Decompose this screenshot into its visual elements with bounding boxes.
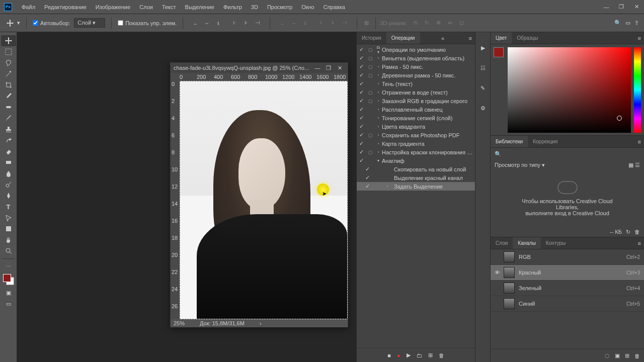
stop-icon[interactable]: ■ <box>387 352 391 358</box>
share-icon[interactable]: ⇪ <box>634 20 639 26</box>
align-right-icon[interactable]: ⊣ <box>253 18 263 28</box>
menu-image[interactable]: Изображение <box>91 0 135 14</box>
blur-tool[interactable] <box>1 168 16 179</box>
menu-window[interactable]: Окно <box>297 0 319 14</box>
lib-trash-icon[interactable]: 🗑 <box>634 229 640 235</box>
tab-correction[interactable]: Коррекция <box>528 136 562 147</box>
tab-paths[interactable]: Контуры <box>541 237 571 249</box>
hue-slider[interactable] <box>634 47 641 133</box>
delete-channel-icon[interactable]: 🗑 <box>634 353 640 359</box>
menu-select[interactable]: Выделение <box>181 0 219 14</box>
wand-tool[interactable] <box>1 68 16 79</box>
text-tool[interactable]: T <box>1 201 16 212</box>
path-tool[interactable] <box>1 212 16 223</box>
screenmode-icon[interactable]: ▭ <box>1 298 16 309</box>
tab-color[interactable]: Цвет <box>491 32 512 44</box>
action-row[interactable]: ✓▢›Заказной RGB в градации серого <box>357 97 475 105</box>
marquee-tool[interactable] <box>1 46 16 57</box>
trash-icon[interactable]: 🗑 <box>439 352 444 358</box>
pen-tool[interactable] <box>1 190 16 201</box>
lib-menu-icon[interactable]: ≡ <box>635 139 644 145</box>
crop-tool[interactable] <box>1 79 16 90</box>
menu-3d[interactable]: 3D <box>247 0 263 14</box>
action-row[interactable]: ✓▢›Рамка - 50 пикс. <box>357 62 475 71</box>
eyedropper-tool[interactable] <box>1 90 16 102</box>
action-row[interactable]: ✓▢›Виньетка (выделенная область) <box>357 54 475 62</box>
visibility-icon[interactable]: 👁 <box>495 269 504 276</box>
stamp-tool[interactable] <box>1 124 16 135</box>
align-hcenter-icon[interactable]: ⊧ <box>241 18 251 28</box>
align-bottom-icon[interactable]: ⫮ <box>213 18 223 28</box>
grid-view-icon[interactable]: ▦ <box>628 162 633 168</box>
action-row[interactable]: ✓▢›Настройка краски клонирования д... <box>357 148 475 156</box>
menu-view[interactable]: Просмотр <box>263 0 297 14</box>
history-brush-tool[interactable] <box>1 135 16 146</box>
menu-help[interactable]: Справка <box>319 0 350 14</box>
channel-row[interactable]: СинийCtrl+5 <box>491 296 644 312</box>
channel-row[interactable]: ЗеленыйCtrl+4 <box>491 281 644 296</box>
list-view-icon[interactable]: ☰ <box>635 162 640 168</box>
canvas[interactable]: ➤ <box>180 81 348 319</box>
lib-sync-icon[interactable]: ↻ <box>626 229 630 235</box>
color-swatch[interactable] <box>3 274 14 285</box>
tab-libraries[interactable]: Библиотеки <box>491 136 528 147</box>
action-row[interactable]: ✓›Тень (текст) <box>357 79 475 88</box>
tab-actions[interactable]: Операции <box>386 32 420 44</box>
autoselect-checkbox[interactable]: Автовыбор: <box>33 20 70 26</box>
new-set-icon[interactable]: 🗀 <box>417 352 422 358</box>
action-row[interactable]: ✓▢🗀 ▾Операции по умолчанию <box>357 45 475 54</box>
search-icon[interactable]: 🔍 <box>614 20 621 26</box>
collapse-icon[interactable]: « <box>438 35 447 41</box>
healing-tool[interactable] <box>1 102 16 113</box>
move-tool[interactable] <box>1 35 16 46</box>
eraser-tool[interactable] <box>1 146 16 157</box>
action-step[interactable]: ✓Скопировать на новый слой <box>357 165 475 173</box>
action-row[interactable]: ✓›Карта градиента <box>357 139 475 148</box>
channel-row[interactable]: RGBCtrl+2 <box>491 249 644 265</box>
color-menu-icon[interactable]: ≡ <box>635 35 644 41</box>
panel-menu-icon[interactable]: ≡ <box>466 35 475 41</box>
record-icon[interactable]: ● <box>397 352 400 358</box>
dodge-tool[interactable] <box>1 179 16 190</box>
adjust-panel-icon[interactable]: ✎ <box>477 82 489 94</box>
quickmask-icon[interactable]: ▣ <box>1 287 16 298</box>
hand-tool[interactable] <box>1 234 16 245</box>
view-by-type[interactable]: Просмотр по типу ▾ <box>495 162 545 168</box>
lasso-tool[interactable] <box>1 57 16 68</box>
action-row[interactable]: ✓▢›Отражение в воде (текст) <box>357 88 475 97</box>
action-row[interactable]: ✓›Расплавленный свинец <box>357 105 475 114</box>
maximize-icon[interactable]: ❐ <box>614 0 629 14</box>
edit-toolbar-icon[interactable]: ⋯ <box>1 261 16 272</box>
action-step[interactable]: ✓Выделение красный канал <box>357 173 475 182</box>
sliders-panel-icon[interactable]: ⚙ <box>477 103 489 114</box>
autoselect-dropdown[interactable]: Слой ▾ <box>74 18 105 28</box>
zoom-tool[interactable] <box>1 245 16 256</box>
show-controls-checkbox[interactable]: Показать упр. элем. <box>118 20 177 26</box>
save-selection-icon[interactable]: ▣ <box>615 352 620 359</box>
color-picker-field[interactable] <box>508 47 631 133</box>
doc-minimize-icon[interactable]: — <box>312 65 323 71</box>
workspace-icon[interactable]: ▭ <box>625 20 630 26</box>
new-channel-icon[interactable]: ⊞ <box>625 352 629 359</box>
action-row[interactable]: ✓›Цвета квадранта <box>357 122 475 131</box>
menu-layers[interactable]: Слои <box>135 0 157 14</box>
play-panel-icon[interactable]: ▶ <box>477 42 489 53</box>
library-search[interactable]: 🔍 <box>491 148 644 160</box>
align-vcenter-icon[interactable]: ⫟ <box>202 18 212 28</box>
channels-menu-icon[interactable]: ≡ <box>635 240 644 246</box>
doc-close-icon[interactable]: ✕ <box>335 65 345 71</box>
gradient-tool[interactable] <box>1 157 16 168</box>
brush-tool[interactable] <box>1 113 16 124</box>
action-row[interactable]: ✓▢›Деревянная рамка - 50 пикс. <box>357 71 475 79</box>
tab-swatches[interactable]: Образцы <box>512 32 543 44</box>
new-action-icon[interactable]: ⊞ <box>428 352 433 358</box>
doc-maximize-icon[interactable]: ❐ <box>324 65 334 71</box>
color-fg-swatch[interactable] <box>494 47 505 133</box>
minimize-icon[interactable]: — <box>599 0 614 14</box>
action-row[interactable]: ✓›Тонирование сепией (слой) <box>357 114 475 122</box>
align-left-icon[interactable]: ⊦ <box>229 18 239 28</box>
action-step[interactable]: ✓›Задать Выделение <box>357 182 475 191</box>
tab-history[interactable]: История <box>357 32 386 44</box>
menu-file[interactable]: Файл <box>17 0 40 14</box>
tab-channels[interactable]: Каналы <box>513 237 541 249</box>
